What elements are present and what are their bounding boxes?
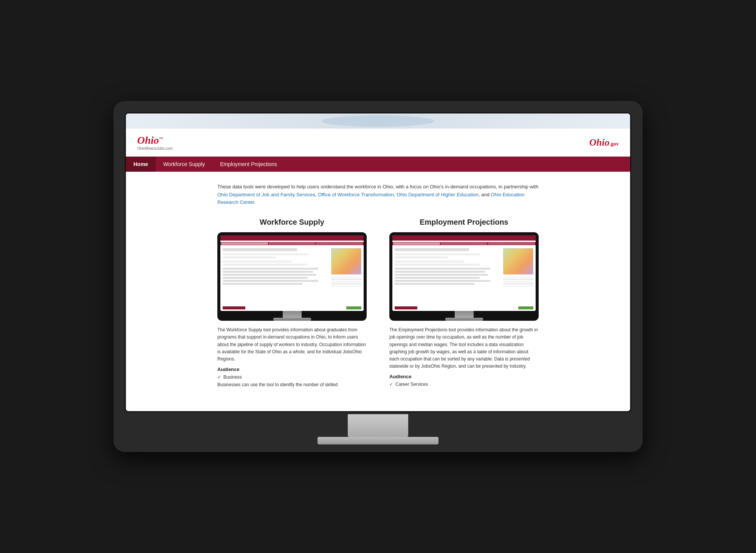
ohio-logo: Ohio™ OhioMeansJobs.com (137, 134, 173, 151)
mockup-footer-logo2-ws (346, 306, 361, 309)
nav-workforce-supply[interactable]: Workforce Supply (156, 157, 212, 172)
monitor-screen: Ohio™ OhioMeansJobs.com Ohio.gov Home Wo… (125, 112, 631, 413)
mockup-text-block (223, 268, 329, 285)
monitor-stand-neck (348, 414, 408, 437)
mockup-title (223, 248, 297, 251)
workforce-supply-screenshot (220, 235, 364, 311)
intro-and: , and (479, 192, 491, 197)
intro-paragraph: These data tools were developed to help … (217, 183, 539, 207)
nav-employment-projections[interactable]: Employment Projections (212, 157, 285, 172)
mockup-footer-ep (395, 306, 533, 309)
mockup-right-ep (503, 248, 533, 287)
mockup-nav-item (269, 242, 316, 245)
mockup-nav-ws (220, 242, 364, 245)
employment-projections-audience-label: Audience (389, 374, 539, 379)
mockup-table-row (331, 283, 361, 284)
mockup-field (223, 253, 308, 255)
monitor-frame: Ohio™ OhioMeansJobs.com Ohio.gov Home Wo… (113, 101, 643, 452)
intro-text-1: These data tools were developed to help … (217, 184, 538, 190)
mockup-footer-logo-ws (223, 306, 245, 309)
mockup-table-row (503, 276, 533, 278)
mockup-field (395, 253, 480, 255)
mockup-map-ws (331, 248, 361, 275)
intro-period: . (254, 199, 256, 205)
mockup-field (223, 283, 302, 285)
mockup-field (223, 277, 308, 279)
ohio-logo-text: Ohio™ (137, 134, 163, 146)
mockup-field (395, 268, 490, 270)
workforce-supply-audience-item: ✓ Business (217, 374, 367, 380)
link-owt[interactable]: Office of Workforce Transformation (318, 192, 394, 197)
mockup-field (223, 280, 318, 282)
mockup-table-ws (331, 276, 361, 287)
monitor-neck-ep (455, 311, 474, 318)
mockup-nav-item (316, 242, 363, 245)
mockup-nav-item (488, 242, 535, 245)
mockup-content-ep (392, 247, 536, 289)
workforce-supply-monitor[interactable] (217, 232, 367, 321)
website: Ohio™ OhioMeansJobs.com Ohio.gov Home Wo… (126, 113, 630, 412)
monitor-stand-base (318, 437, 438, 444)
employment-projections-description: The Employment Projections tool provides… (389, 326, 539, 370)
mockup-field (223, 268, 318, 270)
mockup-title-ep (395, 248, 469, 251)
tools-section: Workforce Supply (217, 218, 539, 388)
mockup-map-ep (503, 248, 533, 275)
checkmark-icon: ✓ (217, 374, 221, 380)
employment-projections-column: Employment Projections (389, 218, 539, 388)
mockup-footer-logo2-ep (518, 306, 533, 309)
mockup-nav-item (393, 242, 440, 245)
mockup-field (395, 283, 474, 285)
mockup-table-row (331, 281, 361, 282)
mockup-table-row (331, 285, 361, 287)
ohio-gov-logo: Ohio.gov (589, 136, 619, 148)
mockup-table-row (503, 285, 533, 287)
mockup-left-ws (223, 248, 329, 287)
workforce-supply-description: The Workforce Supply tool provides infor… (217, 326, 367, 363)
mockup-table-row (331, 278, 361, 280)
link-djfs[interactable]: Ohio Department of Job and Family Servic… (217, 192, 315, 197)
mockup-field (395, 271, 485, 273)
mockup-field (395, 261, 464, 263)
businesses-description: Businesses can use the tool to identify … (217, 381, 367, 388)
mockup-field (395, 277, 480, 279)
mockup-table-row (503, 281, 533, 282)
nav-home[interactable]: Home (126, 157, 156, 172)
monitor-base-ws (273, 318, 311, 321)
mockup-left-ep (395, 248, 501, 287)
mockup-table-row (331, 276, 361, 278)
navigation-bar: Home Workforce Supply Employment Project… (126, 157, 630, 172)
audience-career-services: Career Services (395, 382, 428, 387)
mockup-table-row (503, 278, 533, 280)
mockup-footer-ws (223, 306, 361, 309)
monitor-neck-ws (283, 311, 302, 318)
mockup-field (223, 274, 316, 276)
mockup-table-row (503, 283, 533, 284)
audience-business: Business (223, 374, 242, 380)
mockup-field (395, 264, 480, 266)
monitor-base-ep (445, 318, 483, 321)
site-header: Ohio™ OhioMeansJobs.com Ohio.gov (126, 129, 630, 157)
header-background (126, 113, 630, 129)
mockup-field (223, 256, 276, 258)
mockup-footer-logo-ep (395, 306, 417, 309)
monitor-stand (125, 414, 631, 452)
link-dhe[interactable]: Ohio Department of Higher Education (397, 192, 479, 197)
mockup-field (395, 256, 448, 258)
mockup-field (395, 280, 490, 282)
main-content: These data tools were developed to help … (198, 172, 558, 412)
mockup-field (223, 264, 308, 266)
mockup-right-ws (331, 248, 361, 287)
mockup-header-ws (220, 235, 364, 241)
mockup-text-block-ep (395, 268, 501, 285)
employment-projections-screenshot (392, 235, 536, 311)
mockup-table-ep (503, 276, 533, 287)
workforce-supply-column: Workforce Supply (217, 218, 367, 388)
employment-projections-audience-item: ✓ Career Services (389, 382, 539, 387)
workforce-supply-audience-label: Audience (217, 367, 367, 372)
employment-projections-title: Employment Projections (389, 218, 539, 227)
mockup-header-ep (392, 235, 536, 241)
intro-comma-1: , (315, 192, 318, 197)
mockup-content-ws (220, 247, 364, 289)
employment-projections-monitor[interactable] (389, 232, 539, 321)
